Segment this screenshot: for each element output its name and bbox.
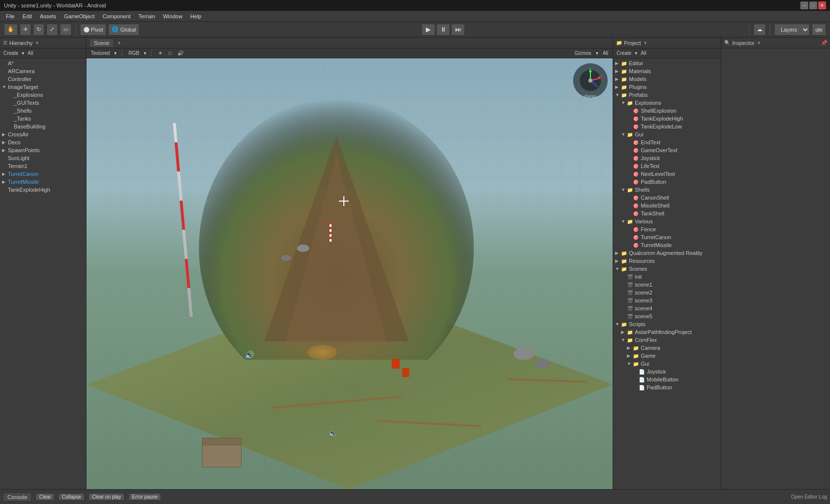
hierarchy-item[interactable]: A* xyxy=(0,59,86,67)
hierarchy-item[interactable]: ▶Deco xyxy=(0,138,86,146)
hierarchy-item[interactable]: BaseBuilding xyxy=(0,123,86,130)
all-btn[interactable]: All xyxy=(601,50,610,56)
project-item[interactable]: ▼📁Scripts xyxy=(613,320,721,328)
project-item[interactable]: ▼📁Explosions xyxy=(613,99,721,107)
textured-dropdown[interactable]: Textured xyxy=(89,50,111,56)
scale-tool-button[interactable]: ⤢ xyxy=(46,24,58,36)
hierarchy-item[interactable]: _Shells xyxy=(0,107,86,115)
open-editor-log[interactable]: Open Editor Log xyxy=(791,494,827,500)
gizmos-btn[interactable]: Gizmos xyxy=(573,50,593,56)
console-collapse[interactable]: Collapse xyxy=(58,493,84,501)
close-button[interactable]: ✕ xyxy=(818,1,826,9)
project-item[interactable]: 🎯TankExplodeHigh xyxy=(613,115,721,123)
step-button[interactable]: ⏭ xyxy=(451,24,465,36)
hierarchy-item[interactable]: ▶TurretMissile xyxy=(0,178,86,186)
hierarchy-item[interactable]: Controller xyxy=(0,75,86,83)
play-button[interactable]: ▶ xyxy=(421,24,435,36)
scene-collapse[interactable]: ▼ xyxy=(117,39,122,47)
scene-icon-2d[interactable]: □ xyxy=(167,50,173,56)
console-clear[interactable]: Clear xyxy=(36,493,54,501)
project-item[interactable]: ▼📁Various xyxy=(613,217,721,225)
hierarchy-item[interactable]: TankExplodeHigh xyxy=(0,186,86,194)
project-item[interactable]: ▶📁Editor xyxy=(613,59,721,67)
hierarchy-item[interactable]: ▼ImageTarget xyxy=(0,83,86,91)
menu-item-gameobject[interactable]: GameObject xyxy=(60,12,99,20)
scene-content[interactable]: Y X Persp xyxy=(86,58,613,489)
project-item[interactable]: 🎯TurretCanon xyxy=(613,233,721,241)
hierarchy-item[interactable]: SunLight xyxy=(0,154,86,162)
project-item[interactable]: 🎯GameOverText xyxy=(613,146,721,154)
project-item[interactable]: 🎯TankExplodeLow xyxy=(613,123,721,130)
project-item[interactable]: 🎯ShellExplosion xyxy=(613,107,721,115)
inspector-collapse[interactable]: ▼ xyxy=(756,39,761,47)
hierarchy-create[interactable]: Create xyxy=(2,50,20,56)
project-item[interactable]: 🎬scene5 xyxy=(613,312,721,320)
project-item[interactable]: 🎬scene2 xyxy=(613,289,721,296)
project-item[interactable]: ▶📁Materials xyxy=(613,67,721,75)
project-item[interactable]: ▶📁Resources xyxy=(613,257,721,265)
console-clear-on-play[interactable]: Clear on play xyxy=(88,493,124,501)
project-item[interactable]: 📄PadButton xyxy=(613,383,721,391)
project-item[interactable]: 🎯EndText xyxy=(613,138,721,146)
inspector-pin[interactable]: 📌 xyxy=(821,40,827,45)
menu-item-window[interactable]: Window xyxy=(159,12,186,20)
menu-item-terrain[interactable]: Terrain xyxy=(134,12,159,20)
hierarchy-all[interactable]: All xyxy=(26,50,35,56)
hierarchy-item[interactable]: _Tanks xyxy=(0,115,86,123)
project-item[interactable]: ▶📁Qualcomm Augmented Reality xyxy=(613,249,721,257)
project-item[interactable]: 🎯NextLevelText xyxy=(613,170,721,178)
scene-tab[interactable]: Scene xyxy=(89,39,114,47)
project-item[interactable]: 🎯LifeText xyxy=(613,162,721,170)
project-all[interactable]: All xyxy=(639,50,648,56)
hand-tool-button[interactable]: ✋ xyxy=(4,24,18,36)
cloud-button[interactable]: ☁ xyxy=(753,24,766,36)
project-item[interactable]: 🎯TurretMissile xyxy=(613,241,721,249)
project-item[interactable]: 🎯Fence xyxy=(613,225,721,233)
minimize-button[interactable]: ─ xyxy=(800,1,808,9)
console-error-pause[interactable]: Error pause xyxy=(128,493,161,501)
audio-toggle[interactable]: 🔊 xyxy=(176,50,185,56)
hierarchy-item[interactable]: ARCamera xyxy=(0,67,86,75)
menu-item-edit[interactable]: Edit xyxy=(19,12,36,20)
account-dropdown[interactable]: qle xyxy=(812,24,826,36)
menu-item-file[interactable]: File xyxy=(2,12,19,20)
hierarchy-item[interactable]: ▶CrossAir xyxy=(0,130,86,138)
menu-item-component[interactable]: Component xyxy=(98,12,134,20)
project-item[interactable]: 🎯Joystick xyxy=(613,154,721,162)
hierarchy-item[interactable]: _GUITexts xyxy=(0,99,86,107)
project-item[interactable]: ▶📁Game xyxy=(613,352,721,360)
project-item[interactable]: 🎯PadButton xyxy=(613,178,721,186)
project-item[interactable]: ▼📁Gui xyxy=(613,130,721,138)
hierarchy-item[interactable]: ▶TurretCanon xyxy=(0,170,86,178)
project-item[interactable]: ▶📁Camera xyxy=(613,344,721,352)
project-item[interactable]: 🎬scene3 xyxy=(613,296,721,304)
rotate-tool-button[interactable]: ↻ xyxy=(33,24,44,36)
project-item[interactable]: ▶📁AstarPathfindingProject xyxy=(613,328,721,336)
project-item[interactable]: ▼📁Shells xyxy=(613,186,721,194)
menu-item-assets[interactable]: Assets xyxy=(36,12,60,20)
hierarchy-item[interactable]: ▶SpawnPoints xyxy=(0,146,86,154)
project-create[interactable]: Create xyxy=(615,50,633,56)
project-item[interactable]: 📄MobileButton xyxy=(613,376,721,383)
project-item[interactable]: ▼📁Prefabs xyxy=(613,91,721,99)
project-item[interactable]: 🎯CanonShell xyxy=(613,194,721,202)
project-item[interactable]: 🎬scene4 xyxy=(613,304,721,312)
hierarchy-collapse[interactable]: ▼ xyxy=(35,39,40,47)
project-item[interactable]: ▼📁Scenes xyxy=(613,265,721,273)
layers-dropdown[interactable]: Layers xyxy=(774,24,810,36)
project-item[interactable]: 📄Joystick xyxy=(613,368,721,376)
hierarchy-item[interactable]: Terrain1 xyxy=(0,162,86,170)
move-tool-button[interactable]: ✛ xyxy=(20,24,31,36)
hierarchy-item[interactable]: _Explosions xyxy=(0,91,86,99)
project-item[interactable]: ▼📁CornFlex xyxy=(613,336,721,344)
maximize-button[interactable]: □ xyxy=(809,1,817,9)
console-tab[interactable]: Console xyxy=(3,493,32,502)
project-item[interactable]: ▶📁Models xyxy=(613,75,721,83)
menu-item-help[interactable]: Help xyxy=(186,12,206,20)
project-item[interactable]: ▼📁Gui xyxy=(613,360,721,368)
project-collapse[interactable]: ▼ xyxy=(643,39,648,47)
pause-button[interactable]: ⏸ xyxy=(436,24,450,36)
rgb-dropdown[interactable]: RGB xyxy=(127,50,141,56)
project-item[interactable]: 🎬init xyxy=(613,273,721,281)
project-item[interactable]: 🎬scene1 xyxy=(613,281,721,289)
